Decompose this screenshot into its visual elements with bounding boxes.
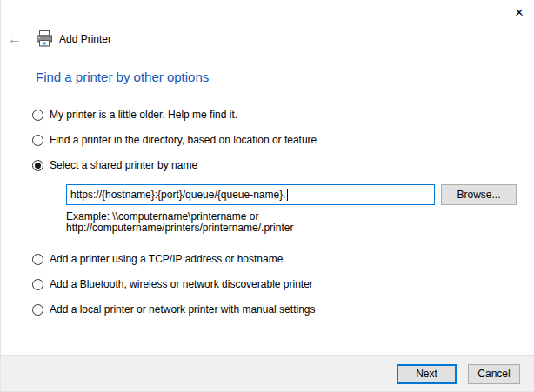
printer-name-input[interactable]: https://{hostname}:{port}/queue/{queue-n… — [66, 184, 435, 205]
next-button[interactable]: Next — [397, 364, 457, 384]
option-label: Find a printer in the directory, based o… — [50, 134, 317, 146]
option-bluetooth-wireless[interactable]: Add a Bluetooth, wireless or network dis… — [32, 278, 519, 290]
option-older-printer[interactable]: My printer is a little older. Help me fi… — [32, 109, 519, 121]
option-label: Select a shared printer by name — [50, 159, 197, 171]
option-find-in-directory[interactable]: Find a printer in the directory, based o… — [32, 134, 519, 146]
option-local-manual-settings[interactable]: Add a local printer or network printer w… — [32, 303, 519, 316]
radio-dot — [35, 282, 41, 288]
option-label: My printer is a little older. Help me fi… — [50, 109, 237, 121]
shared-printer-input-row: https://{hostname}:{port}/queue/{queue-n… — [66, 184, 519, 205]
radio-icon — [32, 135, 43, 146]
close-icon[interactable]: ✕ — [510, 3, 529, 21]
wizard-header: ← Add Printer — [8, 30, 111, 49]
example-text: Example: \\computername\printername or h… — [66, 211, 519, 234]
browse-button[interactable]: Browse... — [441, 184, 517, 205]
radio-icon-selected — [32, 160, 43, 171]
radio-dot — [35, 307, 41, 313]
cancel-button[interactable]: Cancel — [468, 364, 520, 384]
option-label: Add a Bluetooth, wireless or network dis… — [50, 278, 313, 290]
radio-icon — [32, 279, 43, 290]
wizard-title: Add Printer — [59, 33, 111, 45]
option-tcpip-address[interactable]: Add a printer using a TCP/IP address or … — [32, 253, 519, 265]
page-title: Find a printer by other options — [36, 70, 209, 84]
text-caret — [287, 189, 288, 201]
radio-icon — [32, 304, 43, 316]
radio-icon — [32, 254, 43, 265]
radio-dot — [35, 256, 41, 262]
add-printer-dialog: ✕ ← Add Printer Find a printer by other … — [0, 0, 534, 392]
printer-name-value: https://{hostname}:{port}/queue/{queue-n… — [70, 189, 286, 201]
dialog-footer: Next Cancel — [1, 355, 534, 391]
radio-icon — [32, 110, 43, 121]
option-label: Add a local printer or network printer w… — [50, 303, 315, 316]
option-shared-printer-by-name[interactable]: Select a shared printer by name — [32, 159, 519, 171]
example-line-2: http://computername/printers/printername… — [66, 223, 519, 234]
option-label: Add a printer using a TCP/IP address or … — [50, 253, 283, 265]
radio-dot — [35, 163, 41, 169]
radio-dot — [35, 112, 41, 118]
radio-dot — [35, 137, 41, 143]
printer-option-list: My printer is a little older. Help me fi… — [32, 109, 519, 329]
shared-printer-section: https://{hostname}:{port}/queue/{queue-n… — [66, 184, 519, 234]
printer-icon — [36, 30, 53, 49]
back-arrow-icon[interactable]: ← — [8, 30, 25, 48]
